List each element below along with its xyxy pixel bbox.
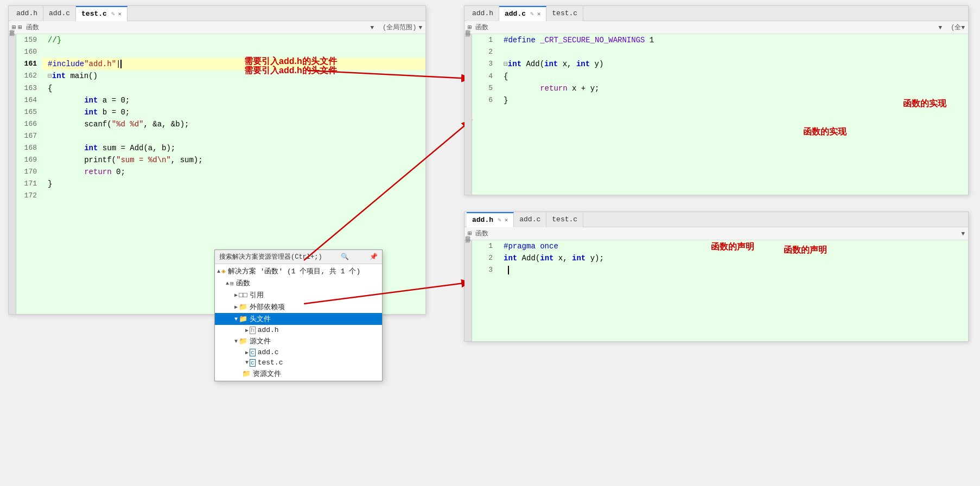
tr-gutter-text: 属性管理器: [464, 39, 472, 41]
solution-title-bar: 搜索解决方案资源管理器(Ctrl+;) 🔍 📌: [215, 250, 382, 264]
dropdown-tr[interactable]: ▼: [939, 24, 943, 31]
solution-pin-icon[interactable]: 📌: [370, 253, 378, 261]
tr-line-5: 5 return x + y;: [472, 82, 968, 94]
solution-root: ▲ ◈ 解决方案 '函数' (1 个项目, 共 1 个): [215, 265, 382, 277]
code-line-161: 161 #include"add.h"|: [16, 58, 425, 70]
top-right-tab-bar: add.h add.c ✎ ✕ test.c: [464, 6, 968, 21]
tree-item-resources[interactable]: 📁 资源文件: [215, 368, 382, 380]
top-right-toolbar: ⊞ 函数 ▼ (全 ▼: [464, 21, 968, 34]
dropdown-br[interactable]: ▼: [961, 231, 965, 237]
tr-line-2: 2: [472, 46, 968, 58]
bottom-right-toolbar: ⊞ 函数 ▼: [464, 227, 968, 240]
scope-arrow-left[interactable]: ▼: [418, 24, 422, 31]
tab-test-c-tr[interactable]: test.c: [546, 6, 583, 21]
tree-item-sources[interactable]: ▼ 📁 源文件: [215, 335, 382, 347]
br-gutter-text: 属性管理器: [464, 245, 472, 247]
code-line-166: 166 scanf("%d %d", &a, &b);: [16, 118, 425, 130]
code-line-163: 163 {: [16, 82, 425, 94]
code-line-160: 160: [16, 46, 425, 58]
bottom-right-tab-bar: add.h ✎ ✕ add.c test.c: [464, 212, 968, 227]
tab-test-c-left[interactable]: test.c ✎ ✕: [76, 6, 128, 21]
tab-test-c-br[interactable]: test.c: [546, 212, 583, 227]
tree-item-test-c[interactable]: ▼ c test.c: [215, 357, 382, 368]
close-tab-br[interactable]: ✕: [505, 216, 508, 223]
solution-tree: ▲ ◈ 解决方案 '函数' (1 个项目, 共 1 个) ▲ ⊞ 函数 ▶ □□…: [215, 264, 382, 381]
tree-item-functions[interactable]: ▲ ⊞ 函数: [215, 277, 382, 289]
scope-right-left: (全局范围): [383, 23, 416, 32]
code-line-162: 162 ⊟int main(): [16, 70, 425, 82]
bottom-right-code-area[interactable]: 1 #pragma once 2 int Add(int x, int y); …: [472, 240, 968, 341]
tr-line-1: 1 #define _CRT_SECURE_NO_WARNINGS 1: [472, 34, 968, 46]
close-tab-left[interactable]: ✕: [118, 10, 122, 17]
solution-title: 搜索解决方案资源管理器(Ctrl+;): [219, 252, 322, 261]
tree-item-add-c[interactable]: ▶ c add.c: [215, 347, 382, 357]
code-line-168: 168 int sum = Add(a, b);: [16, 142, 425, 154]
tr-line-6: 6 }: [472, 94, 968, 106]
solution-search-icon[interactable]: 🔍: [341, 253, 349, 261]
br-line-2: 2 int Add(int x, int y);: [472, 252, 968, 264]
tab-add-h-tr[interactable]: add.h: [467, 6, 499, 21]
code-line-171: 171 }: [16, 178, 425, 190]
left-tab-bar: add.h add.c test.c ✎ ✕: [9, 6, 425, 21]
left-toolbar: ⊞ ⊞ 函数 ▼ (全局范围) ▼: [9, 21, 425, 34]
tab-add-c-br[interactable]: add.c: [514, 212, 546, 227]
code-line-172: 172: [16, 190, 425, 202]
scope-label-left: ⊞ ⊞ 函数: [12, 23, 39, 32]
tab-add-c-left[interactable]: add.c: [43, 6, 76, 21]
tree-item-references[interactable]: ▶ □□ 引用: [215, 289, 382, 301]
tree-item-add-h[interactable]: ▶ h add.h: [215, 325, 382, 335]
code-line-164: 164 int a = 0;: [16, 94, 425, 106]
tr-line-4: 4 {: [472, 71, 968, 82]
br-line-3: 3: [472, 264, 968, 276]
code-line-167: 167: [16, 130, 425, 142]
close-tab-tr[interactable]: ✕: [537, 10, 541, 17]
code-line-170: 170 return 0;: [16, 166, 425, 178]
code-line-169: 169 printf("sum = %d\n", sum);: [16, 154, 425, 166]
tab-add-c-tr[interactable]: add.c ✎ ✕: [499, 6, 546, 21]
bottom-right-editor-panel: add.h ✎ ✕ add.c test.c ⊞ 函数 ▼ 属性管理器 1 #p…: [464, 212, 969, 342]
code-line-165: 165 int b = 0;: [16, 106, 425, 118]
tree-item-external[interactable]: ▶ 📁 外部依赖项: [215, 301, 382, 313]
code-line-159: 159 //}: [16, 34, 425, 46]
dropdown-arrow-left[interactable]: ▼: [370, 24, 374, 31]
tab-add-h-left[interactable]: add.h: [11, 6, 43, 21]
solution-explorer: 搜索解决方案资源管理器(Ctrl+;) 🔍 📌 ▲ ◈ 解决方案 '函数' (1…: [214, 250, 383, 381]
top-right-editor-panel: add.h add.c ✎ ✕ test.c ⊞ 函数 ▼ (全 ▼ 属性管理器…: [464, 5, 969, 195]
top-right-code-area[interactable]: 1 #define _CRT_SECURE_NO_WARNINGS 1 2 3 …: [472, 34, 968, 195]
tree-item-headers[interactable]: ▼ 📁 头文件: [215, 313, 382, 325]
tab-add-h-br[interactable]: add.h ✎ ✕: [467, 212, 514, 227]
tr-line-3: 3 ⊟int Add(int x, int y): [472, 58, 968, 71]
left-gutter-text: 资源管理器: [9, 39, 16, 41]
br-line-1: 1 #pragma once: [472, 240, 968, 252]
